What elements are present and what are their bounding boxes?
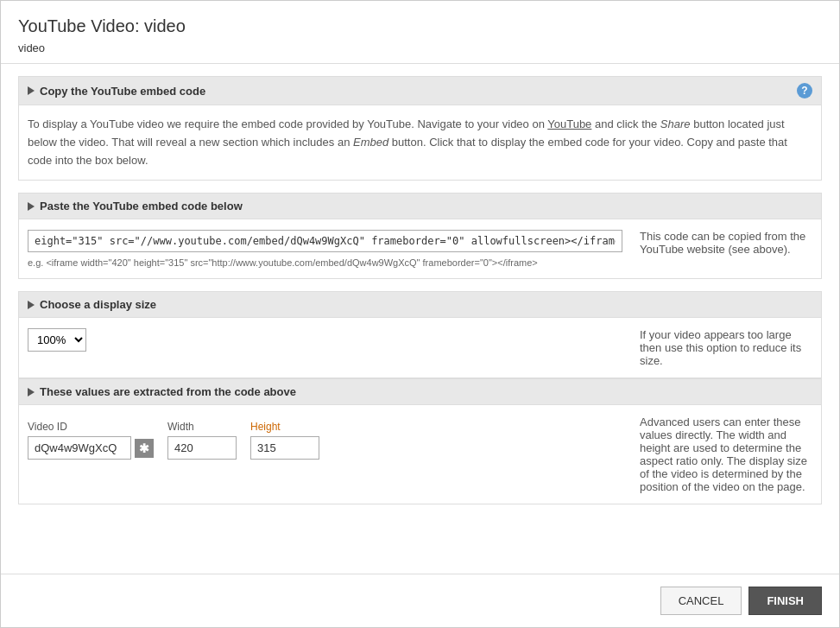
height-input[interactable] bbox=[250, 436, 319, 460]
video-id-group: Video ID ✱ bbox=[28, 421, 154, 460]
width-group: Width bbox=[167, 421, 237, 460]
section1-content: To display a YouTube video we require th… bbox=[18, 105, 822, 181]
section4-header-left: These values are extracted from the code… bbox=[28, 385, 296, 398]
help-icon[interactable]: ? bbox=[797, 83, 812, 98]
dialog-header: YouTube Video: video video bbox=[1, 1, 839, 64]
section4-two-col: Video ID ✱ Width Hei bbox=[28, 415, 812, 493]
section3-title: Choose a display size bbox=[40, 298, 156, 311]
cancel-button[interactable]: CANCEL bbox=[660, 587, 742, 615]
section1-header-left: Copy the YouTube embed code bbox=[28, 85, 205, 98]
size-select-row: 100% 75% 50% 25% bbox=[28, 328, 622, 352]
section2-header-left: Paste the YouTube embed code below bbox=[28, 200, 243, 213]
dialog-subtitle: video bbox=[18, 41, 822, 54]
section2-side: This code can be copied from the YouTube… bbox=[640, 230, 812, 268]
section3-two-col: 100% 75% 50% 25% If your video appears t… bbox=[28, 328, 812, 367]
section3-content: 100% 75% 50% 25% If your video appears t… bbox=[18, 318, 822, 378]
embed-code-input[interactable] bbox=[28, 230, 622, 252]
video-id-label: Video ID bbox=[28, 421, 154, 433]
section1-title: Copy the YouTube embed code bbox=[40, 85, 205, 98]
section2-content: e.g. <iframe width="420" height="315" sr… bbox=[18, 219, 822, 279]
section2-main: e.g. <iframe width="420" height="315" sr… bbox=[28, 230, 622, 268]
height-group: Height bbox=[250, 421, 319, 460]
embed-example: e.g. <iframe width="420" height="315" sr… bbox=[28, 257, 622, 268]
section2-header: Paste the YouTube embed code below bbox=[18, 193, 822, 219]
section4-header: These values are extracted from the code… bbox=[18, 378, 822, 405]
triangle-icon4 bbox=[28, 388, 35, 396]
finish-button[interactable]: FINISH bbox=[748, 587, 822, 615]
width-input[interactable] bbox=[167, 436, 237, 460]
section3-side: If your video appears too large then use… bbox=[640, 328, 812, 367]
youtube-link[interactable]: YouTube bbox=[547, 117, 591, 130]
triangle-icon2 bbox=[28, 202, 35, 211]
size-select[interactable]: 100% 75% 50% 25% bbox=[28, 328, 86, 352]
dialog: YouTube Video: video video Copy the YouT… bbox=[0, 0, 840, 628]
video-id-input[interactable] bbox=[28, 436, 131, 460]
section2-title: Paste the YouTube embed code below bbox=[40, 200, 243, 213]
fields-row: Video ID ✱ Width Hei bbox=[28, 421, 622, 460]
section3-header: Choose a display size bbox=[18, 291, 822, 318]
dialog-footer: CANCEL FINISH bbox=[1, 574, 839, 627]
height-label: Height bbox=[250, 421, 319, 433]
width-label: Width bbox=[167, 421, 237, 433]
dialog-body: Copy the YouTube embed code ? To display… bbox=[1, 64, 839, 561]
section-copy-embed: Copy the YouTube embed code ? To display… bbox=[18, 76, 822, 181]
section-paste-embed: Paste the YouTube embed code below e.g. … bbox=[18, 193, 822, 279]
section-display-size: Choose a display size 100% 75% 50% 25% bbox=[18, 291, 822, 378]
section4-side: Advanced users can enter these values di… bbox=[640, 415, 812, 493]
section1-header: Copy the YouTube embed code ? bbox=[18, 76, 822, 105]
asterisk-button[interactable]: ✱ bbox=[135, 439, 154, 458]
dialog-title: YouTube Video: video bbox=[18, 16, 822, 36]
section2-two-col: e.g. <iframe width="420" height="315" sr… bbox=[28, 230, 812, 268]
triangle-icon1 bbox=[28, 86, 35, 95]
video-id-row: ✱ bbox=[28, 436, 154, 460]
triangle-icon3 bbox=[28, 301, 35, 309]
section3-header-left: Choose a display size bbox=[28, 298, 156, 311]
section-extracted: These values are extracted from the code… bbox=[18, 378, 822, 504]
section1-info: To display a YouTube video we require th… bbox=[28, 116, 812, 169]
section3-main: 100% 75% 50% 25% bbox=[28, 328, 622, 367]
section4-content: Video ID ✱ Width Hei bbox=[18, 405, 822, 504]
section4-main: Video ID ✱ Width Hei bbox=[28, 415, 622, 493]
section4-title: These values are extracted from the code… bbox=[40, 385, 296, 398]
